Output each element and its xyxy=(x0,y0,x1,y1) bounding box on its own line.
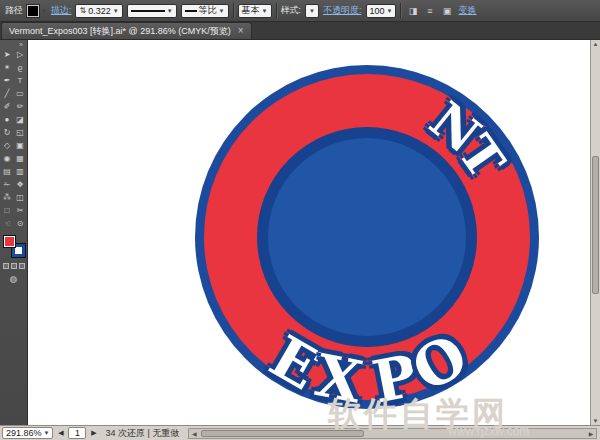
vertical-scrollbar[interactable]: ▲ ▼ xyxy=(590,40,600,425)
tool-line-segment[interactable]: ╱ xyxy=(1,87,14,100)
document-tab[interactable]: Vermont_Expos003 [转换].ai* @ 291.86% (CMY… xyxy=(1,22,252,39)
status-bar: 291.86% ▼ ◀ 1 ▶ 34 次还原 | 无重做 ◀ ▶ xyxy=(0,425,600,440)
style-dropdown[interactable]: ▼ xyxy=(305,4,319,18)
opacity-link[interactable]: 不透明度: xyxy=(323,4,362,17)
opacity-value: 100 xyxy=(370,6,385,16)
tools-grid: ➤▷✴ϱ✒T╱▭✐✏●◪↻◱◇▣◉▦▤▥✁❖⁂◫□✂☜⊙ xyxy=(1,48,27,230)
tool-mesh[interactable]: ▤ xyxy=(1,165,14,178)
width-profile-dropdown[interactable]: 等比 ▼ xyxy=(181,4,229,18)
tool-eraser[interactable]: ◪ xyxy=(14,113,27,126)
chevron-down-icon: ▼ xyxy=(387,8,393,14)
icon-preferences[interactable]: ≡ xyxy=(422,3,437,18)
screen-mode-icon[interactable]: ◍ xyxy=(10,274,18,284)
tool-symbol-sprayer[interactable]: ⁂ xyxy=(1,191,14,204)
transform-link[interactable]: 变换 xyxy=(458,4,476,17)
tool-gradient[interactable]: ▥ xyxy=(14,165,27,178)
icon-arrange[interactable]: ▣ xyxy=(439,3,454,18)
horizontal-scrollbar-thumb[interactable] xyxy=(201,430,364,437)
scroll-left-icon[interactable]: ◀ xyxy=(189,430,199,437)
scroll-right-icon[interactable]: ▶ xyxy=(586,430,596,437)
draw-normal-mode-button[interactable] xyxy=(3,263,9,269)
tool-perspective-grid[interactable]: ▦ xyxy=(14,152,27,165)
next-artboard-icon[interactable]: ▶ xyxy=(89,429,98,437)
tool-width[interactable]: ◇ xyxy=(1,139,14,152)
previous-artboard-icon[interactable]: ◀ xyxy=(56,429,65,437)
close-icon[interactable]: × xyxy=(238,26,244,36)
scroll-down-icon[interactable]: ▼ xyxy=(591,418,600,424)
divider xyxy=(400,3,401,18)
tool-magic-wand[interactable]: ✴ xyxy=(1,61,14,74)
style-label: 样式: xyxy=(281,4,302,17)
stroke-style-dropdown[interactable]: ▼ xyxy=(127,4,177,18)
divider xyxy=(276,3,277,18)
draw-inside-mode-button[interactable] xyxy=(19,263,25,269)
logo-outer-circle[interactable] xyxy=(195,65,539,409)
logo-red-ring[interactable] xyxy=(204,74,530,400)
tool-blend[interactable]: ❖ xyxy=(14,178,27,191)
tool-slice[interactable]: ✂ xyxy=(14,204,27,217)
tool-blob-brush[interactable]: ● xyxy=(1,113,14,126)
collapse-panel-icon[interactable]: » xyxy=(0,40,27,48)
tool-lasso[interactable]: ϱ xyxy=(14,61,27,74)
artboard-number-input[interactable]: 1 xyxy=(68,427,86,439)
tab-bar: Vermont_Expos003 [转换].ai* @ 291.86% (CMY… xyxy=(0,22,600,40)
chevron-down-icon: ▼ xyxy=(113,8,119,14)
chevron-down-icon: ▼ xyxy=(41,8,47,14)
tool-selection[interactable]: ➤ xyxy=(1,48,14,61)
stepper-icon[interactable]: ⇅ xyxy=(79,6,86,15)
tool-free-transform[interactable]: ▣ xyxy=(14,139,27,152)
selection-type-label: 路径 xyxy=(5,4,23,17)
zoom-level-dropdown[interactable]: 291.86% ▼ xyxy=(2,427,53,439)
tool-pen[interactable]: ✒ xyxy=(1,74,14,87)
draw-behind-mode-button[interactable] xyxy=(11,263,17,269)
chevron-down-icon: ▼ xyxy=(262,8,268,14)
tool-artboard[interactable]: □ xyxy=(1,204,14,217)
chevron-down-icon: ▼ xyxy=(44,430,50,436)
tool-paintbrush[interactable]: ✐ xyxy=(1,100,14,113)
stroke-line-icon xyxy=(131,10,165,12)
width-profile-value: 等比 xyxy=(199,4,217,17)
tool-rotate[interactable]: ↻ xyxy=(1,126,14,139)
stroke-link[interactable]: 描边: xyxy=(51,4,72,17)
tool-rectangle[interactable]: ▭ xyxy=(14,87,27,100)
tool-column-graph[interactable]: ◫ xyxy=(14,191,27,204)
chevron-down-icon: ▼ xyxy=(167,8,173,14)
icon-document-setup[interactable]: ◨ xyxy=(405,3,420,18)
zoom-level-value: 291.86% xyxy=(6,428,42,438)
tool-direct-selection[interactable]: ▷ xyxy=(14,48,27,61)
chevron-down-icon: ▼ xyxy=(219,8,225,14)
control-bar: 路径 ▼ 描边: ⇅ 0.322 ▼ ▼ 等比 ▼ 基本 ▼ 样式: ▼ xyxy=(0,0,600,22)
tool-eyedropper[interactable]: ✁ xyxy=(1,178,14,191)
divider xyxy=(233,3,234,18)
stroke-weight-input[interactable]: ⇅ 0.322 ▼ xyxy=(75,4,122,18)
tool-zoom[interactable]: ⊙ xyxy=(14,217,27,230)
fill-color-swatch-icon xyxy=(27,5,39,17)
illustrator-window: 路径 ▼ 描边: ⇅ 0.322 ▼ ▼ 等比 ▼ 基本 ▼ 样式: ▼ xyxy=(0,0,600,440)
vertical-scrollbar-thumb[interactable] xyxy=(592,156,599,295)
brush-value: 基本 xyxy=(242,4,260,17)
horizontal-scrollbar[interactable]: ◀ ▶ xyxy=(188,428,597,439)
tool-type[interactable]: T xyxy=(14,74,27,87)
tool-pencil[interactable]: ✏ xyxy=(14,100,27,113)
scroll-up-icon[interactable]: ▲ xyxy=(591,41,600,47)
draw-modes xyxy=(3,263,25,269)
tool-shape-builder[interactable]: ◉ xyxy=(1,152,14,165)
opacity-input[interactable]: 100 ▼ xyxy=(366,4,397,18)
fill-color-dropdown[interactable]: ▼ xyxy=(27,5,47,17)
tool-scale[interactable]: ◱ xyxy=(14,126,27,139)
stroke-weight-value: 0.322 xyxy=(88,6,111,16)
tools-panel: » ➤▷✴ϱ✒T╱▭✐✏●◪↻◱◇▣◉▦▤▥✁❖⁂◫□✂☜⊙ ◍ xyxy=(0,40,28,425)
logo-inner-circle[interactable] xyxy=(257,127,477,347)
brush-definition-dropdown[interactable]: 基本 ▼ xyxy=(238,4,272,18)
fill-swatch-icon[interactable] xyxy=(3,235,16,248)
status-history-text: 34 次还原 | 无重做 xyxy=(105,427,179,440)
fill-stroke-control[interactable] xyxy=(3,235,25,257)
profile-line-icon xyxy=(185,10,197,12)
chevron-down-icon: ▼ xyxy=(309,8,315,14)
document-tab-title: Vermont_Expos003 [转换].ai* @ 291.86% (CMY… xyxy=(9,25,231,38)
control-bar-icons: ◨≡▣ xyxy=(405,3,454,18)
tool-hand[interactable]: ☜ xyxy=(1,217,14,230)
artboard-canvas[interactable]: NT EXPO xyxy=(28,40,590,425)
